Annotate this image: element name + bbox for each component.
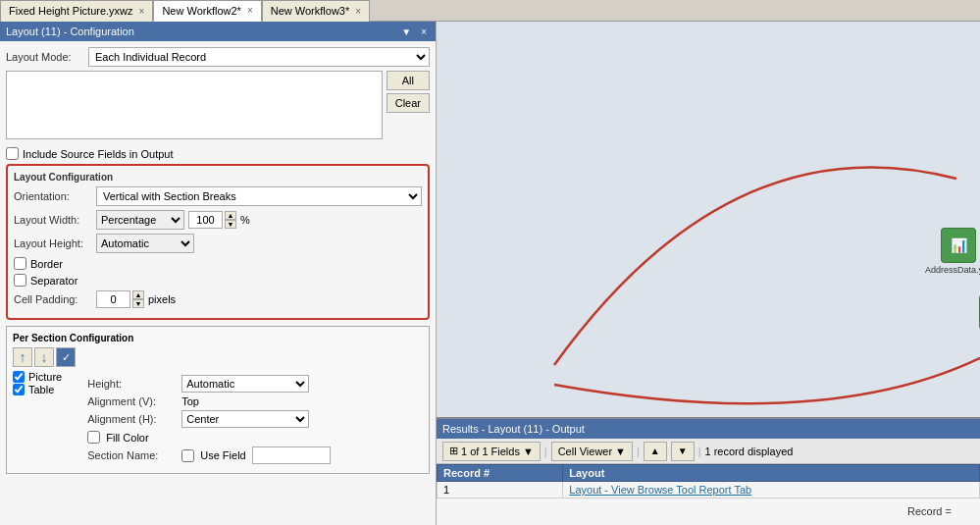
use-field-label: Use Field	[200, 449, 245, 461]
per-section-config: Per Section Configuration ↑ ↓ ✓ Picture	[6, 326, 430, 474]
cell-padding-value[interactable]	[96, 290, 130, 308]
fill-color-label: Fill Color	[106, 432, 148, 444]
cell-padding-down[interactable]: ▼	[132, 299, 144, 308]
tab-close-fixed-height[interactable]: ×	[139, 6, 145, 17]
tab-bar: Fixed Height Picture.yxwz × New Workflow…	[0, 0, 980, 22]
orientation-row: Orientation: Vertical with Section Break…	[14, 186, 422, 206]
layout-width-spinner-btns: ▲ ▼	[225, 211, 236, 229]
layout-mode-row: Layout Mode: Each Individual Record	[6, 47, 430, 67]
section-name-row: Section Name: Use Field	[87, 446, 330, 464]
tab-label-fixed-height: Fixed Height Picture.yxwz	[9, 5, 133, 17]
separator-row: Separator	[14, 274, 422, 287]
layout-config-title: Layout Configuration	[14, 172, 422, 183]
fields-area: All Clear	[6, 71, 430, 143]
fields-button[interactable]: ⊞ 1 of 1 Fields ▼	[442, 442, 541, 461]
section-props: Height: Automatic Alignment (V): Top Ali…	[68, 371, 330, 467]
border-label: Border	[30, 258, 63, 270]
panel-pin-btn[interactable]: ▼	[398, 26, 414, 37]
results-toolbar: ⊞ 1 of 1 Fields ▼ | Cell Viewer ▼ | ▲ ▼ …	[437, 439, 980, 464]
layout-mode-label: Layout Mode:	[6, 51, 84, 63]
table-checkbox[interactable]	[13, 384, 25, 395]
panel-close-btn[interactable]: ×	[418, 26, 430, 37]
ps-btn-down[interactable]: ↓	[34, 347, 54, 367]
tab-close-workflow3[interactable]: ×	[355, 6, 361, 17]
results-header: Results - Layout (11) - Output	[437, 419, 980, 439]
layout-link[interactable]: Layout - View Browse Tool Report Tab	[563, 482, 980, 499]
tab-fixed-height[interactable]: Fixed Height Picture.yxwz ×	[0, 0, 153, 22]
use-field-checkbox[interactable]	[181, 449, 194, 462]
cell-padding-spinner-btns: ▲ ▼	[132, 290, 144, 308]
grid-icon: ⊞	[449, 445, 458, 457]
cell-padding-label: Cell Padding:	[14, 293, 92, 305]
layout-width-value[interactable]	[188, 211, 223, 229]
all-button[interactable]: All	[387, 71, 430, 90]
per-section-toolbar: ↑ ↓ ✓	[13, 347, 423, 367]
layout-mode-select[interactable]: Each Individual Record	[88, 47, 430, 67]
layout-height-label: Layout Height:	[14, 237, 92, 249]
layout-width-down[interactable]: ▼	[225, 220, 236, 229]
border-row: Border	[14, 257, 422, 270]
tab-close-workflow2[interactable]: ×	[247, 5, 253, 16]
fields-box	[6, 71, 383, 139]
border-checkbox[interactable]	[14, 257, 26, 270]
results-panel: Results - Layout (11) - Output ⊞ 1 of 1 …	[437, 417, 980, 525]
alignment-h-select[interactable]: Center	[181, 410, 309, 428]
ps-btn-check[interactable]: ✓	[56, 347, 76, 367]
orientation-label: Orientation:	[14, 190, 92, 202]
section-items-list: Picture Table	[13, 371, 62, 463]
alignment-v-value: Top	[181, 395, 199, 407]
panel-title-actions: ▼ ×	[398, 26, 430, 37]
section-name-label: Section Name:	[87, 449, 176, 461]
cell-padding-row: Cell Padding: ▲ ▼ pixels	[14, 290, 422, 308]
picture-label: Picture	[28, 371, 62, 383]
height-prop-row: Height: Automatic	[87, 375, 330, 393]
nav-down-button[interactable]: ▼	[671, 442, 695, 461]
ps-btn-add[interactable]: ↑	[13, 347, 32, 367]
panel-title: Layout (11) - Configuration	[6, 26, 134, 37]
layout-config-section: Layout Configuration Orientation: Vertic…	[6, 164, 430, 320]
section-name-input[interactable]	[252, 446, 331, 464]
alignment-v-label: Alignment (V):	[87, 395, 176, 407]
layout-width-pct: %	[240, 214, 250, 226]
height-prop-select[interactable]: Automatic	[181, 375, 309, 393]
records-info: 1 record displayed	[705, 446, 794, 457]
orientation-select[interactable]: Vertical with Section BreaksHorizontal	[96, 186, 422, 206]
canvas-area: 📂 File Browse (1,5) ✏️ Update Value ▦ Ho…	[437, 22, 980, 417]
fill-color-checkbox[interactable]	[87, 431, 100, 444]
separator-checkbox[interactable]	[14, 274, 26, 287]
layout-width-unit-select[interactable]: Percentage	[96, 210, 184, 230]
include-source-checkbox[interactable]	[6, 147, 19, 160]
tab-workflow2[interactable]: New Workflow2* ×	[153, 0, 261, 22]
toolbar-separator-3: |	[698, 446, 701, 457]
layout-width-up[interactable]: ▲	[225, 211, 236, 220]
picture-checkbox[interactable]	[13, 371, 25, 383]
tab-workflow3[interactable]: New Workflow3* ×	[262, 0, 370, 22]
alignment-h-row: Alignment (H): Center	[87, 410, 330, 428]
node-address-data-label: AddressData.yxd	[925, 265, 980, 276]
layout-height-select[interactable]: Automatic	[96, 234, 194, 253]
layout-link-text[interactable]: Layout - View Browse Tool Report Tab	[569, 484, 751, 496]
main-content: Layout (11) - Configuration ▼ × Layout M…	[0, 22, 980, 525]
node-address-data[interactable]: 📊 AddressData.yxd	[925, 228, 980, 276]
fields-btn-label: 1 of 1 Fields	[461, 446, 520, 457]
viewer-dropdown-icon: ▼	[615, 446, 626, 457]
tab-label-workflow2: New Workflow2*	[162, 5, 241, 17]
table-row: 1 Layout - View Browse Tool Report Tab	[438, 482, 980, 499]
results-header-text: Results - Layout (11) - Output	[442, 423, 585, 435]
config-body: Layout Mode: Each Individual Record All …	[0, 41, 436, 525]
per-section-body: Picture Table Height: Automatic	[13, 371, 423, 467]
layout-width-spinner: ▲ ▼	[188, 211, 236, 229]
left-panel: Layout (11) - Configuration ▼ × Layout M…	[0, 22, 437, 525]
nav-up-button[interactable]: ▲	[644, 442, 667, 461]
cell-padding-unit: pixels	[148, 293, 176, 305]
toolbar-separator-1: |	[544, 446, 547, 457]
clear-button[interactable]: Clear	[387, 93, 430, 113]
include-source-label: Include Source Fields in Output	[23, 148, 173, 160]
col-header-record: Record #	[438, 465, 563, 482]
alignment-h-label: Alignment (H):	[87, 413, 176, 425]
per-section-title: Per Section Configuration	[13, 333, 423, 343]
layout-height-row: Layout Height: Automatic	[14, 234, 422, 253]
viewer-button[interactable]: Cell Viewer ▼	[551, 442, 633, 461]
fields-dropdown-icon: ▼	[523, 446, 534, 457]
cell-padding-up[interactable]: ▲	[132, 290, 144, 299]
